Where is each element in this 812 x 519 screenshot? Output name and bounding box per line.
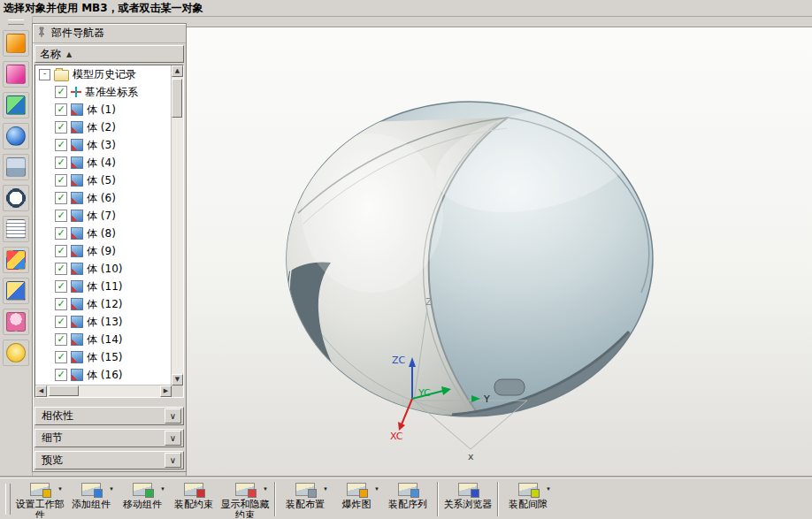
body-icon [71,263,83,275]
info-sphere-button[interactable] [3,123,29,149]
checkbox[interactable]: ✓ [55,192,67,204]
toolbar-button-label: 装配序列 [382,499,433,518]
command-icon [184,483,203,496]
column-header-name[interactable]: 名称 ▲ [34,45,184,63]
tree-item-label: 体 (7) [87,209,116,224]
toolbar-button[interactable]: 关系浏览器 [442,479,494,519]
checkbox[interactable]: ✓ [55,316,67,328]
toolbar-button[interactable]: 装配序列 [382,479,433,519]
tree-item[interactable]: ✓基准坐标系 [35,83,172,101]
section-bar-details[interactable]: 细节∨ [34,429,184,447]
checkbox[interactable]: ✓ [55,280,67,293]
color-palette-button[interactable] [3,247,29,273]
checkbox[interactable]: ✓ [55,298,67,310]
checkbox[interactable]: ✓ [55,333,67,346]
tree-item[interactable]: ✓体 (9) [35,242,172,260]
tree-item-label: 体 (16) [87,368,122,383]
tree-item[interactable]: ✓体 (12) [35,295,172,313]
vertical-scroll-thumb[interactable] [172,79,182,118]
toolbar-button[interactable]: ▼添加组件 [65,479,117,519]
body-icon [71,103,83,116]
body-icon [71,156,83,169]
column-header-label: 名称 [40,47,61,62]
checkbox[interactable]: ✓ [55,156,67,169]
dropdown-arrow-icon[interactable]: ▼ [57,486,63,492]
section-bar-preview[interactable]: 预览∨ [34,451,184,469]
dropdown-arrow-icon[interactable]: ▼ [323,486,328,492]
dropdown-arrow-icon[interactable]: ▼ [109,486,114,492]
tree-item[interactable]: ✓体 (4) [35,154,172,172]
dropdown-arrow-icon[interactable]: ▼ [546,486,551,492]
tree-item[interactable]: ✓体 (16) [35,366,172,384]
collapse-chevron-icon[interactable]: ∨ [165,408,181,424]
tree-item[interactable]: ✓体 (15) [35,348,172,366]
toolbar-button[interactable]: ▼爆炸图 [331,479,382,519]
dropdown-arrow-icon[interactable]: ▼ [374,486,379,492]
checkbox[interactable]: ✓ [55,369,67,381]
toolbar-button[interactable]: ▼移动组件 [117,479,168,519]
collapse-chevron-icon[interactable]: ∨ [165,431,181,446]
horizontal-scroll-thumb[interactable] [49,385,79,396]
tree-item[interactable]: ✓体 (14) [35,331,172,348]
checkbox[interactable]: ✓ [55,121,67,134]
tree-item[interactable]: ✓体 (1) [35,101,172,118]
checkbox[interactable]: ✓ [55,245,67,257]
toolbar-button[interactable]: ▼设置工作部件 [14,479,65,519]
tree-item-label: 体 (9) [87,244,116,259]
clock-button[interactable] [3,185,29,211]
scroll-up-icon[interactable]: ▲ [172,65,183,77]
expander-minus-icon[interactable]: - [39,69,50,80]
body-icon [71,316,83,328]
tree-item[interactable]: ✓体 (10) [35,260,172,278]
datum-plane-button[interactable] [3,61,29,88]
checkbox[interactable]: ✓ [55,174,67,187]
color-palette-icon [6,250,26,270]
toolbar-button[interactable]: ▼装配间隙 [502,479,554,519]
tree-horizontal-scrollbar[interactable]: ◀ ▶ [35,385,172,397]
pin-icon[interactable] [36,27,47,40]
user-group-button[interactable] [3,309,29,335]
toolbar-grip[interactable] [8,19,24,25]
sketch-button[interactable] [3,30,29,57]
navigator-title-bar[interactable]: 部件导航器 [33,24,186,43]
toolbar-grip[interactable] [5,484,11,515]
toolbar-button[interactable]: ▼装配布置 [280,479,331,519]
checkbox[interactable]: ✓ [55,263,67,275]
tree-item[interactable]: ✓体 (2) [35,118,172,136]
list-view-button[interactable] [3,216,29,242]
tree-item[interactable]: ✓体 (7) [35,207,172,225]
collapse-chevron-icon[interactable]: ∨ [165,453,181,468]
checkbox[interactable]: ✓ [55,103,67,116]
checkbox[interactable]: ✓ [55,210,67,222]
sort-ascending-icon[interactable]: ▲ [66,50,72,58]
measure-button[interactable] [3,278,29,304]
dropdown-arrow-icon[interactable]: ▼ [263,486,268,492]
toolbar-button[interactable]: ▼显示和隐藏约束 [219,479,271,519]
checkbox[interactable]: ✓ [55,227,67,240]
tree-item[interactable]: ✓体 (5) [35,172,172,189]
tree-item[interactable]: ✓体 (13) [35,313,172,331]
section-label: 细节 [42,431,63,446]
solid-body-button[interactable] [3,92,29,118]
dropdown-arrow-icon[interactable]: ▼ [160,486,165,492]
tree-vertical-scrollbar[interactable]: ▲ ▼ [171,65,183,385]
toolbar-button[interactable]: 装配约束 [168,479,219,519]
tree-item[interactable]: ✓体 (11) [35,278,172,295]
tree-item[interactable]: ✓体 (6) [35,189,172,207]
section-bar-dependencies[interactable]: 相依性∨ [34,407,184,425]
viewport-3d[interactable]: Z x Y ZC YC XC [186,27,812,477]
command-icon [518,483,538,496]
scroll-right-icon[interactable]: ▶ [160,385,172,397]
checkbox[interactable]: ✓ [55,351,67,363]
bulb-icon [6,343,26,363]
tree-item-root[interactable]: -模型历史记录 [35,65,172,83]
clock-icon [6,188,26,208]
checkbox[interactable]: ✓ [55,139,67,151]
bulb-button[interactable] [3,340,29,366]
tree-item[interactable]: ✓体 (8) [35,225,172,242]
material-box-button[interactable] [3,154,29,180]
scroll-down-icon[interactable]: ▼ [172,374,183,385]
checkbox[interactable]: ✓ [55,86,67,98]
tree-item[interactable]: ✓体 (3) [35,136,172,154]
scroll-left-icon[interactable]: ◀ [35,385,47,397]
